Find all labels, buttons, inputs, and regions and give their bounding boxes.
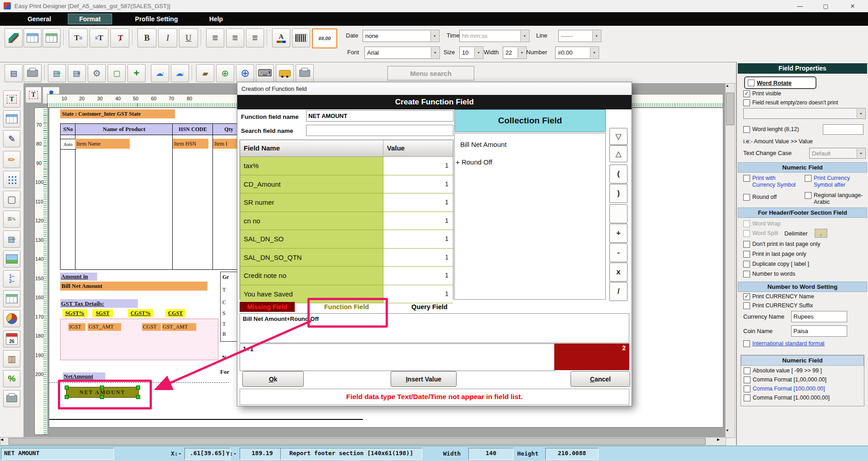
currency-name-input[interactable]: Rupees [791, 311, 847, 322]
comma-format-2-checkbox[interactable] [744, 386, 750, 392]
sort-up-button[interactable]: ▽ [609, 128, 627, 145]
font-combo[interactable]: Arial▼ [364, 47, 440, 59]
col-header-sno[interactable]: SNo [60, 123, 76, 135]
chevron-down-icon[interactable]: ▼ [592, 31, 600, 41]
gst-tax-details-label[interactable]: GST Tax Details: [60, 299, 138, 308]
add-button[interactable]: + [127, 64, 146, 82]
number-to-words-checkbox[interactable] [743, 271, 750, 278]
size-combo[interactable]: 10▼ [459, 47, 483, 59]
comma-format-3-checkbox[interactable] [744, 395, 750, 401]
word-wrap-checkbox[interactable] [743, 221, 750, 227]
word-length-input[interactable] [823, 124, 863, 135]
menu-format[interactable]: Format [68, 14, 112, 24]
collection-field-list[interactable]: Bill Net Amount + Round Off [454, 133, 606, 300]
cloud-download-button[interactable]: ☁↓ [171, 64, 189, 82]
print-currency-after-checkbox[interactable] [805, 175, 811, 182]
sort-down-button[interactable]: △ [609, 145, 627, 162]
cgst-pct-label[interactable]: CGST% [128, 309, 153, 317]
percent-button[interactable]: % [3, 370, 20, 387]
keyboard-button[interactable]: ⌨ [256, 64, 274, 82]
scroll-right-button[interactable]: ▶ [717, 437, 725, 444]
table-row[interactable]: tax%1 [240, 157, 453, 175]
empty-combo[interactable]: ▼ [743, 108, 866, 119]
report-top-banner[interactable]: State : Customer_Inter GST State [60, 109, 175, 118]
pencil-tool-button[interactable]: ✏ [3, 151, 20, 168]
bill-net-amount-field[interactable]: Bill Net Amount [60, 282, 208, 291]
amount-in-label[interactable]: Amount in [60, 273, 97, 281]
chevron-down-icon[interactable]: ▼ [431, 47, 439, 58]
item-name-field[interactable]: Item Name [75, 139, 130, 149]
menu-help[interactable]: Help [203, 12, 229, 26]
canvas-text-button[interactable]: T [25, 87, 42, 103]
chevron-down-icon[interactable]: ▼ [518, 47, 526, 58]
bold-button[interactable]: B [137, 28, 156, 47]
selection-handle[interactable] [65, 395, 69, 399]
table-row[interactable]: SR numer1 [240, 193, 453, 212]
calendar-button[interactable]: 26 [3, 330, 20, 348]
numbered-list-button[interactable]: 1– 2– [3, 270, 20, 287]
selection-handle[interactable] [100, 395, 104, 399]
text-top-align-button[interactable]: T≡ [69, 28, 88, 47]
tab-function-field[interactable]: Function Field [313, 302, 380, 312]
selection-handle[interactable] [100, 386, 104, 390]
image-tool-button[interactable] [3, 250, 20, 268]
settings-button[interactable]: ⚙ [88, 64, 106, 82]
print-with-currency-checkbox[interactable] [743, 175, 750, 182]
intl-format-checkbox[interactable] [743, 340, 750, 347]
print-currency-suffix-checkbox[interactable] [743, 302, 750, 309]
number-combo[interactable]: #0.00▼ [555, 47, 599, 59]
web-button[interactable]: ⊕ [236, 64, 254, 82]
table-row[interactable]: cn no1 [240, 212, 453, 230]
collection-item[interactable]: Bill Net Amount [460, 141, 507, 148]
tab-query-field[interactable]: Query Field [405, 302, 454, 312]
web-link-button[interactable]: ⊕ [216, 64, 234, 82]
word-split-checkbox[interactable] [743, 230, 750, 237]
cloud-upload-button[interactable]: ☁↑ [151, 64, 169, 82]
multiply-button[interactable]: x [609, 263, 627, 282]
line-combo[interactable]: ------▼ [558, 30, 601, 42]
sgst-label[interactable]: SGST [92, 309, 113, 317]
col-header-product[interactable]: Name of Product [75, 123, 173, 135]
format-painter-button[interactable] [5, 28, 23, 47]
table-row[interactable]: CD_Amount1 [240, 175, 453, 194]
table-style2-button[interactable] [42, 28, 61, 47]
divide-button[interactable]: / [609, 282, 627, 301]
close-paren-button[interactable]: ) [609, 184, 627, 203]
formula-input[interactable]: 1+1 [240, 343, 555, 371]
word-rotate-checkbox[interactable] [748, 80, 755, 86]
text-change-case-combo[interactable]: Default▼ [809, 148, 866, 159]
column-header-field-name[interactable]: Field Name [240, 140, 383, 156]
chevron-down-icon[interactable]: ▼ [590, 47, 598, 58]
gst-amt-field-1[interactable]: GST_AMT [88, 323, 121, 331]
report-edit-button[interactable]: ▤✏ [48, 64, 66, 82]
chevron-down-icon[interactable]: ▼ [857, 109, 865, 118]
field-result-checkbox[interactable] [743, 99, 750, 106]
chevron-down-icon[interactable]: ▼ [474, 47, 482, 58]
gst-amt-field-2[interactable]: GST_AMT [162, 323, 196, 331]
horizontal-scrollbar[interactable]: ◀ ▶ [0, 437, 726, 446]
chevron-down-icon[interactable]: ▼ [520, 31, 528, 41]
text-bottom-align-button[interactable]: ≡T [90, 28, 108, 47]
dont-print-last-checkbox[interactable] [743, 241, 750, 248]
blank-operator-button[interactable] [609, 204, 627, 223]
edit-pad-button[interactable]: ▤✏ [3, 230, 20, 248]
dots-tool-button[interactable] [3, 171, 20, 188]
insert-value-button[interactable]: Insert Value [391, 371, 457, 387]
print-currency-name-checkbox[interactable] [743, 293, 750, 300]
vertical-scrollbar[interactable]: ▲ ▼ [725, 83, 735, 438]
ok-button[interactable]: Ok [242, 371, 304, 387]
close-button[interactable]: ✕ [839, 0, 866, 12]
tab-missing-field[interactable]: Missing Field [240, 302, 295, 312]
selection-handle[interactable] [136, 386, 140, 390]
plus-button[interactable]: + [609, 224, 627, 243]
report-tool-button[interactable] [3, 110, 20, 127]
cgst-field[interactable]: CGST [142, 323, 161, 331]
coin-name-input[interactable]: Paisa [791, 325, 847, 337]
eraser-button[interactable]: ▰ [196, 64, 214, 82]
table-row[interactable]: SAL_DN_SO_QTN1 [240, 249, 453, 267]
scroll-left-button[interactable]: ◀ [0, 437, 8, 444]
word-length-checkbox[interactable] [743, 126, 750, 133]
column-header-value[interactable]: Value [383, 140, 453, 156]
collection-item[interactable]: + Round Off [456, 158, 492, 166]
scroll-down-button[interactable]: ▼ [726, 428, 734, 437]
